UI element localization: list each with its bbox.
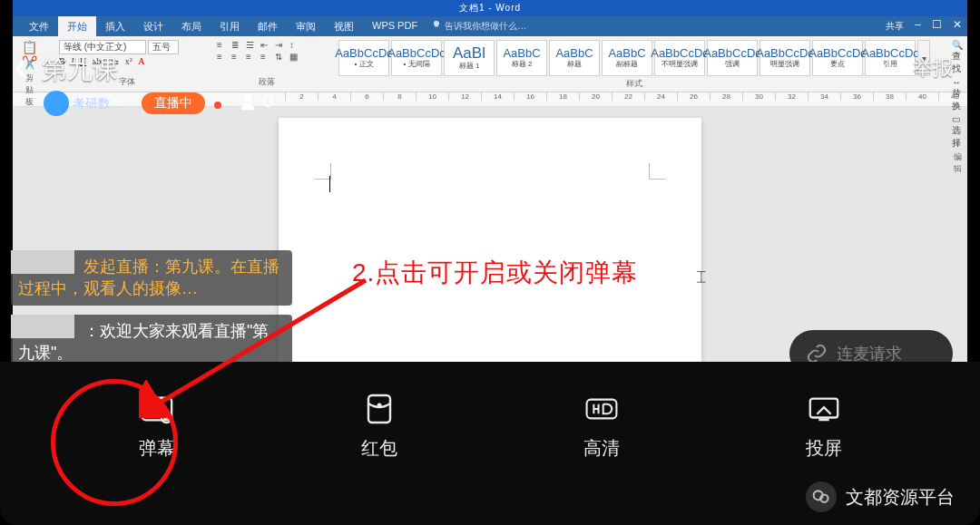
- ibeam-icon: ⌶: [697, 268, 706, 285]
- svg-rect-10: [818, 418, 828, 421]
- record-dot-icon: [214, 102, 221, 109]
- share-button[interactable]: 共享: [886, 20, 904, 33]
- bullets-button[interactable]: ≡: [217, 40, 230, 50]
- tab-review[interactable]: 审阅: [287, 16, 325, 36]
- tab-wpspdf[interactable]: WPS PDF: [363, 16, 426, 36]
- window-controls: – ☐ ✕: [915, 18, 962, 31]
- tell-me-field[interactable]: 告诉我你想做什么…: [432, 16, 526, 36]
- tab-insert[interactable]: 插入: [96, 16, 134, 36]
- word-ribbon-tabs: 文件 开始 插入 设计 布局 引用 邮件 审阅 视图 WPS PDF 告诉我你想…: [13, 16, 967, 36]
- multilist-button[interactable]: ☰: [246, 40, 259, 50]
- tab-layout[interactable]: 布局: [172, 16, 211, 36]
- viewer-count: 0: [238, 91, 273, 112]
- streamer-name: 考研数…: [73, 96, 123, 112]
- word-title-bar: 文档1 - Word: [13, 0, 967, 16]
- max-icon[interactable]: ☐: [932, 18, 942, 31]
- watermark: 文都资源平台: [806, 481, 955, 512]
- min-icon[interactable]: –: [915, 18, 921, 31]
- person-icon: [238, 92, 258, 112]
- lesson-title: 第九课: [42, 53, 118, 87]
- sort-button[interactable]: ↕: [289, 40, 302, 50]
- live-badge: 直播中: [142, 92, 205, 114]
- lightbulb-icon: [432, 20, 441, 29]
- tab-mail[interactable]: 邮件: [249, 16, 287, 36]
- redaction-block: [11, 250, 74, 274]
- hd-icon: [584, 393, 619, 425]
- text-cursor-icon: [329, 176, 330, 192]
- back-button[interactable]: [11, 56, 36, 82]
- report-button[interactable]: 举报: [913, 54, 953, 82]
- tab-design[interactable]: 设计: [134, 16, 172, 36]
- cast-icon: [807, 393, 841, 425]
- wechat-icon: [806, 481, 837, 512]
- svg-point-7: [377, 403, 381, 408]
- indent-button[interactable]: ⇥: [275, 40, 288, 50]
- close-icon[interactable]: ✕: [953, 18, 962, 31]
- quality-button[interactable]: 高清: [583, 393, 620, 525]
- svg-line-11: [152, 280, 366, 407]
- edit-action[interactable]: ▭ 选择: [952, 114, 963, 150]
- tab-file[interactable]: 文件: [20, 16, 58, 36]
- outdent-button[interactable]: ⇤: [260, 40, 273, 50]
- annotation-text: 2.点击可开启或关闭弹幕: [352, 256, 638, 290]
- annotation-arrow: [139, 273, 375, 418]
- streamer-avatar[interactable]: [44, 91, 69, 116]
- tab-home[interactable]: 开始: [58, 16, 96, 36]
- margin-mark-icon: [649, 163, 665, 180]
- tab-view[interactable]: 视图: [325, 16, 363, 36]
- redaction-block: [11, 315, 74, 338]
- tab-ref[interactable]: 引用: [211, 16, 249, 36]
- chevron-left-icon: [11, 56, 36, 82]
- numbering-button[interactable]: ≣: [231, 40, 244, 50]
